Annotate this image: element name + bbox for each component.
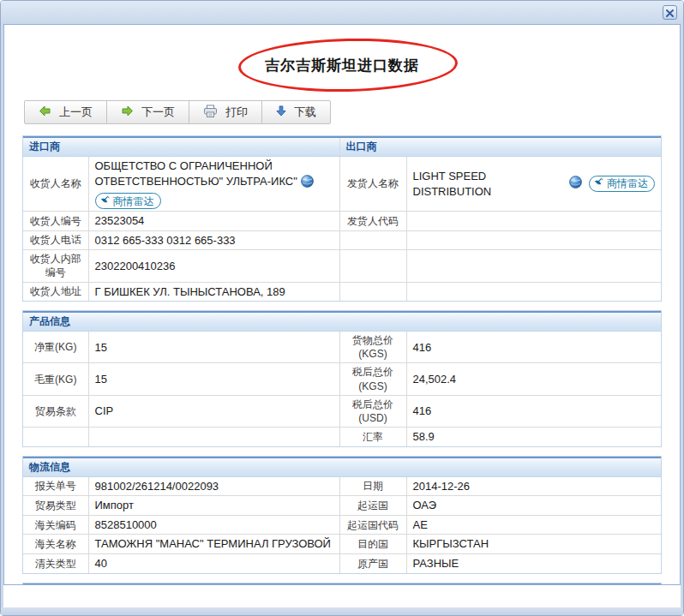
destination-country-value: КЫРГЫЗСТАН (406, 535, 661, 554)
consignee-name-value: ОБЩЕТСТВО С ОГРАНИЧЕННОЙ ОТВЕТСТВЕННОСТЬ… (88, 157, 339, 212)
print-button[interactable]: 打印 (189, 100, 262, 124)
title-area: 吉尔吉斯斯坦进口数据 (22, 51, 662, 80)
exchange-rate-label: 汇率 (339, 428, 406, 446)
origin-country-value: РАЗНЫЕ (406, 553, 661, 572)
arrow-left-icon (39, 105, 51, 120)
exporter-header: 出口商 (339, 137, 661, 157)
section-logistics: 物流信息 报关单号 981002/261214/0022093 日期 2014-… (22, 456, 662, 574)
close-icon (666, 5, 674, 21)
consignee-address-value: Г БИШКЕК УЛ. ТЫНЫСТАНОВА, 189 (88, 282, 339, 301)
consignee-phone-value: 0312 665-333 0312 665-333 (88, 230, 339, 250)
section-trader: 进口商 出口商 收货人名称 ОБЩЕТСТВО С ОГРАНИЧЕННОЙ О… (22, 135, 662, 302)
prev-page-label: 上一页 (59, 105, 93, 120)
globe-icon[interactable] (569, 176, 582, 193)
toolbar: 上一页 下一页 (24, 100, 331, 124)
consignee-internal-value: 2302200410236 (88, 250, 339, 282)
radar-badge-label: 商情雷达 (607, 176, 648, 190)
exchange-rate-value: 58.9 (406, 428, 661, 446)
departure-country-value: ОАЭ (406, 496, 661, 516)
content-panel: 吉尔吉斯斯坦进口数据 上一页 下一页 (3, 24, 681, 585)
globe-icon[interactable] (301, 177, 314, 190)
window-edge-bottom (1, 607, 683, 615)
after-tax-kgs-value: 24,502.4 (406, 363, 661, 395)
download-icon (276, 105, 286, 119)
description-header: 描述 (23, 584, 661, 585)
radar-badge[interactable]: 商情雷达 (95, 193, 161, 209)
after-tax-usd-value: 416 (406, 395, 661, 427)
next-page-button[interactable]: 下一页 (106, 100, 189, 124)
section-product: 产品信息 净重(KG) 15 货物总价 (KGS) 416 毛重(KG) 15 … (22, 310, 662, 447)
radar-icon (594, 176, 603, 190)
after-tax-usd-label: 税后总价 (USD) (339, 395, 406, 427)
radar-badge[interactable]: 商情雷达 (589, 176, 655, 192)
net-weight-value: 15 (88, 332, 339, 363)
declaration-no-value: 981002/261214/0022093 (88, 476, 339, 496)
consignee-code-label: 收货人编号 (23, 212, 88, 231)
trade-terms-value: CIP (88, 395, 339, 427)
customs-name-label: 海关名称 (23, 535, 88, 554)
gross-weight-value: 15 (88, 363, 339, 395)
shipper-name-text: LIGHT SPEED DISTRIBUTION (413, 169, 563, 199)
gross-weight-label: 毛重(KG) (23, 363, 88, 395)
consignee-code-value: 23523054 (88, 212, 339, 231)
print-label: 打印 (225, 105, 248, 120)
trade-terms-label: 贸易条款 (23, 395, 88, 427)
shipper-code-label: 发货人代码 (339, 212, 406, 231)
net-weight-label: 净重(KG) (23, 332, 88, 363)
departure-code-label: 起运国代码 (339, 515, 406, 535)
window-edge-right (681, 24, 683, 615)
departure-country-label: 起运国 (339, 496, 406, 516)
hs-code-value: 8528510000 (88, 515, 339, 535)
consignee-phone-label: 收货人电话 (23, 230, 88, 250)
consignee-name-label: 收货人名称 (23, 157, 88, 212)
printer-icon (203, 105, 218, 121)
download-button[interactable]: 下载 (261, 100, 331, 124)
next-page-label: 下一页 (141, 105, 175, 120)
importer-header: 进口商 (23, 137, 339, 157)
prev-page-button[interactable]: 上一页 (24, 100, 107, 124)
radar-icon (100, 194, 110, 208)
dialog-window: 吉尔吉斯斯坦进口数据 上一页 下一页 (0, 0, 684, 616)
shipper-name-value: LIGHT SPEED DISTRIBUTION 商情雷达 (406, 157, 661, 212)
shipper-code-value (406, 212, 661, 231)
origin-country-label: 原产国 (339, 553, 406, 572)
trade-type-label: 贸易类型 (23, 496, 88, 516)
download-label: 下载 (294, 105, 316, 120)
clearance-type-value: 40 (88, 553, 339, 572)
consignee-internal-label: 收货人内部编号 (23, 250, 88, 282)
logistics-header: 物流信息 (23, 458, 661, 477)
page-title: 吉尔吉斯斯坦进口数据 (265, 56, 419, 75)
total-price-kgs-label: 货物总价 (KGS) (339, 332, 406, 363)
consignee-address-label: 收货人地址 (23, 282, 88, 301)
arrow-right-icon (121, 105, 134, 120)
dialog-titlebar (1, 1, 683, 24)
date-label: 日期 (339, 476, 406, 496)
radar-badge-label: 商情雷达 (113, 194, 154, 208)
after-tax-kgs-label: 税后总价 (KGS) (339, 363, 406, 395)
trade-type-value: Импорт (88, 496, 339, 516)
total-price-kgs-value: 416 (406, 332, 661, 363)
section-description: 描述 产品描述 МОНИТОР, SAMSUNG LS 19D300NY 18.… (22, 583, 662, 585)
clearance-type-label: 清关类型 (23, 553, 88, 572)
close-button[interactable] (663, 5, 677, 20)
product-header: 产品信息 (23, 312, 661, 332)
destination-country-label: 目的国 (339, 535, 406, 554)
departure-code-value: AE (406, 515, 661, 535)
shipper-name-label: 发货人名称 (339, 157, 406, 212)
hs-code-label: 海关编码 (23, 515, 88, 535)
consignee-name-text: ОБЩЕТСТВО С ОГРАНИЧЕННОЙ ОТВЕТСТВЕННОСТЬ… (95, 159, 297, 188)
customs-name-value: ТАМОЖНЯ "МАНАС" ТЕРМИНАЛ ГРУЗОВОЙ (88, 535, 339, 554)
declaration-no-label: 报关单号 (23, 476, 88, 496)
date-value: 2014-12-26 (406, 476, 661, 496)
